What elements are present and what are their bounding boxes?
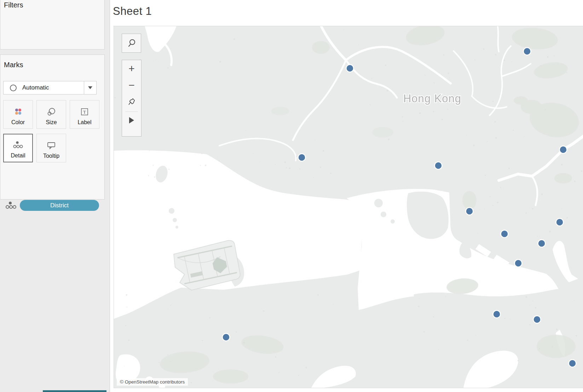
- map-mark[interactable]: [524, 48, 531, 55]
- detail-icon: [13, 140, 23, 150]
- map-mark[interactable]: [569, 360, 576, 367]
- toolbar-expand-button[interactable]: [122, 112, 141, 128]
- map-mark[interactable]: [435, 162, 442, 169]
- map-attribution: © OpenStreetMap contributors: [117, 378, 188, 386]
- chevron-down-icon: [88, 86, 92, 89]
- map-mark[interactable]: [298, 154, 306, 161]
- sheet-title: Sheet 1: [113, 5, 152, 18]
- size-button[interactable]: Size: [36, 100, 66, 129]
- left-panel: Filters Marks Automatic Co: [0, 0, 110, 392]
- map-canvas[interactable]: Hong Kong: [114, 26, 583, 388]
- detail-button-label: Detail: [11, 152, 25, 159]
- color-button-label: Color: [11, 119, 25, 126]
- pin-button[interactable]: [122, 93, 141, 110]
- mark-type-value: Automatic: [22, 84, 84, 91]
- zoom-out-button[interactable]: −: [122, 77, 141, 93]
- label-button[interactable]: T Label: [70, 100, 99, 129]
- map-viz[interactable]: Hong Kong + −: [114, 26, 583, 388]
- play-arrow-icon: [129, 117, 134, 123]
- map-mark[interactable]: [560, 146, 567, 154]
- filters-shelf[interactable]: Filters: [0, 0, 105, 50]
- filters-title: Filters: [4, 1, 23, 9]
- map-mark[interactable]: [346, 65, 354, 72]
- map-mark[interactable]: [501, 230, 508, 238]
- map-toolbar: + −: [122, 60, 142, 137]
- place-label-hong-kong: Hong Kong: [403, 92, 461, 105]
- detail-button[interactable]: Detail: [3, 134, 33, 162]
- map-mark[interactable]: [515, 260, 522, 267]
- mark-type-dropdown[interactable]: Automatic: [3, 81, 97, 94]
- marks-title: Marks: [4, 61, 23, 69]
- tableau-window: { "panel": { "filters_title": "Filters",…: [0, 0, 583, 392]
- map-mark[interactable]: [493, 311, 501, 318]
- map-mark[interactable]: [556, 219, 564, 226]
- map-mark[interactable]: [538, 240, 546, 247]
- district-pill[interactable]: District: [20, 200, 99, 211]
- automatic-mark-icon: [10, 85, 17, 91]
- label-button-label: Label: [77, 119, 91, 126]
- map-mark[interactable]: [533, 316, 541, 323]
- map-search-button[interactable]: [122, 34, 141, 53]
- bottom-accent-strip: [43, 390, 106, 392]
- color-button[interactable]: Color: [3, 100, 33, 129]
- map-mark[interactable]: [223, 334, 230, 341]
- worksheet-area: Sheet 1: [110, 0, 583, 392]
- size-button-label: Size: [46, 119, 57, 126]
- marks-card: Marks Automatic Color: [0, 54, 105, 200]
- tooltip-button-label: Tooltip: [43, 153, 59, 159]
- color-icon: [14, 106, 22, 117]
- detail-shelf-icon: [5, 201, 17, 212]
- mark-type-dropdown-arrow[interactable]: [84, 81, 96, 94]
- svg-text:T: T: [83, 109, 86, 115]
- map-mark[interactable]: [466, 208, 473, 215]
- zoom-in-button[interactable]: +: [122, 60, 141, 77]
- size-icon: [47, 106, 56, 117]
- tooltip-icon: [47, 140, 56, 151]
- search-icon: [127, 39, 136, 48]
- pin-icon: [127, 98, 136, 106]
- tooltip-button[interactable]: Tooltip: [36, 134, 66, 162]
- label-icon: T: [80, 106, 89, 117]
